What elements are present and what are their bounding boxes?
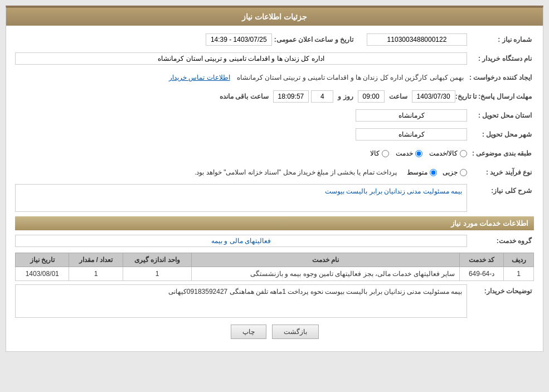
- category-radio-goods[interactable]: [382, 150, 389, 157]
- category-option-goods-service[interactable]: کالا/خدمت: [429, 149, 467, 157]
- purchase-radio-medium[interactable]: [430, 169, 437, 176]
- city-row: شهر محل تحویل : کرمانشاه: [15, 127, 534, 142]
- purchase-type-row: نوع فرآیند خرید : جزیی متوسط پرداخت تمام…: [15, 165, 534, 180]
- back-button[interactable]: بازگشت: [272, 325, 319, 339]
- services-table: ردیف کد خدمت نام خدمت واحد اندازه گیری ت…: [15, 253, 534, 281]
- purchase-type-label: نوع فرآیند خرید :: [467, 168, 534, 176]
- buyer-desc-value: بیمه مسئولیت مدنی زندانیان برابر بالیست …: [15, 284, 467, 318]
- cell-service-code: د-64-649: [459, 267, 503, 281]
- service-group-label: گروه خدمت:: [467, 237, 534, 245]
- buyer-desc-label: توضیحات خریدار:: [467, 284, 534, 295]
- need-number-label: شماره نیاز :: [467, 36, 534, 43]
- buyer-desc-row: توضیحات خریدار: بیمه مسئولیت مدنی زندانی…: [15, 284, 534, 318]
- page-title: جزئیات اطلاعات نیاز: [242, 12, 307, 21]
- cell-service-name: سایر فعالیتهای خدمات مالی، بجز فعالیتهای…: [192, 267, 460, 281]
- category-option-goods[interactable]: کالا: [370, 149, 389, 157]
- col-quantity: تعداد / مقدار: [69, 253, 123, 267]
- deadline-remaining: 18:09:57: [273, 90, 309, 103]
- deadline-row: مهلت ارسال پاسخ: تا تاریخ: 1403/07/30 سا…: [15, 89, 534, 104]
- action-buttons: بازگشت چاپ: [15, 325, 534, 345]
- purchase-label-partial: جزیی: [443, 168, 458, 176]
- deadline-time: 09:00: [358, 90, 385, 103]
- category-row: طبقه بندی موضوعی : کالا/خدمت خدمت کالا: [15, 146, 534, 161]
- deadline-label: مهلت ارسال پاسخ: تا تاریخ:: [455, 93, 534, 100]
- deadline-time-label: ساعت: [389, 93, 407, 100]
- creator-label: ایجاد کننده درخواست :: [467, 74, 534, 81]
- col-need-date: تاریخ نیاز: [16, 253, 69, 267]
- province-row: استان محل تحویل : کرمانشاه: [15, 108, 534, 123]
- service-group-row: گروه خدمت: فعالیتهای مالی و بیمه: [15, 234, 534, 248]
- announce-datetime-value: 1403/07/25 - 14:39: [206, 33, 272, 46]
- category-radio-group: کالا/خدمت خدمت کالا: [370, 149, 467, 157]
- creator-row: ایجاد کننده درخواست : بهمن کیهانی کارگزی…: [15, 70, 534, 85]
- purchase-radio-partial[interactable]: [460, 169, 467, 176]
- col-service-name: نام خدمت: [192, 253, 460, 267]
- buyer-org-value: اداره کل زندان ها و اقدامات تامینی و ترب…: [15, 52, 467, 65]
- cell-quantity: 1: [69, 267, 123, 281]
- deadline-remaining-label: ساعت باقی مانده: [220, 93, 269, 100]
- buyer-org-label: نام دستگاه خریدار :: [467, 55, 534, 62]
- city-value: کرمانشاه: [356, 128, 467, 141]
- purchase-label-medium: متوسط: [407, 168, 427, 176]
- announce-label: تاریخ و ساعت اعلان عمومی:: [274, 36, 353, 43]
- deadline-date: 1403/07/30: [412, 90, 455, 103]
- table-row: 1 د-64-649 سایر فعالیتهای خدمات مالی، بج…: [16, 267, 534, 281]
- deadline-days: 4: [311, 90, 333, 103]
- purchase-option-medium[interactable]: متوسط: [407, 168, 437, 176]
- col-row-num: ردیف: [504, 253, 534, 267]
- deadline-day-label: روز و: [338, 93, 353, 100]
- creator-contact-link[interactable]: اطلاعات تماس خریدار: [169, 74, 230, 81]
- service-group-value: فعالیتهای مالی و بیمه: [15, 235, 467, 247]
- category-radio-service[interactable]: [415, 150, 422, 157]
- purchase-type-options: جزیی متوسط پرداخت تمام یا بخشی از مبلغ خ…: [195, 168, 467, 176]
- cell-need-date: 1403/08/01: [16, 267, 69, 281]
- province-label: استان محل تحویل :: [467, 112, 534, 119]
- cell-unit: 1: [123, 267, 191, 281]
- services-section-header: اطلاعات خدمات مورد نیاز: [15, 216, 534, 230]
- purchase-option-partial[interactable]: جزیی: [443, 168, 467, 176]
- purchase-description: پرداخت تمام یا بخشی از مبلغ خریداز محل "…: [195, 168, 397, 176]
- need-number-value: 1103003488000122: [367, 33, 467, 46]
- col-unit: واحد اندازه گیری: [123, 253, 191, 267]
- category-label-goods: کالا: [370, 149, 380, 157]
- category-option-service[interactable]: خدمت: [396, 149, 422, 157]
- need-desc-label: شرح کلی نیاز:: [467, 184, 534, 195]
- province-value: کرمانشاه: [356, 109, 467, 122]
- need-desc-row: شرح کلی نیاز: بیمه مسئولیت مدنی زندانیان…: [15, 184, 534, 212]
- cell-row-num: 1: [504, 267, 534, 281]
- need-desc-value: بیمه مسئولیت مدنی زندانیان برابر بالیست …: [15, 184, 467, 212]
- category-label-goods-service: کالا/خدمت: [429, 149, 458, 157]
- need-number-row: شماره نیاز : 1103003488000122 تاریخ و سا…: [15, 32, 534, 47]
- print-button[interactable]: چاپ: [231, 325, 266, 339]
- category-radio-goods-service[interactable]: [460, 150, 467, 157]
- creator-value: بهمن کیهانی کارگزین اداره کل زندان ها و …: [234, 72, 467, 83]
- buyer-org-row: نام دستگاه خریدار : اداره کل زندان ها و …: [15, 51, 534, 66]
- city-label: شهر محل تحویل :: [467, 130, 534, 138]
- page-header: جزئیات اطلاعات نیاز: [6, 8, 543, 26]
- category-label: طبقه بندی موضوعی :: [467, 149, 534, 157]
- category-label-service: خدمت: [396, 149, 413, 157]
- col-service-code: کد خدمت: [459, 253, 503, 267]
